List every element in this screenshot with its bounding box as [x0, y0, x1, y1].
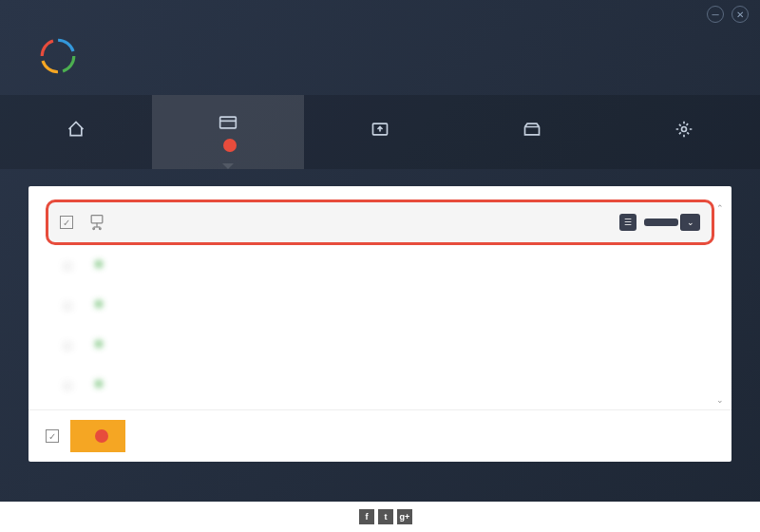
details-icon[interactable]: ☰ — [619, 214, 636, 231]
googleplus-icon[interactable]: g+ — [397, 509, 412, 524]
audio-device-icon: ▢ — [57, 294, 78, 315]
nav-settings[interactable] — [608, 95, 760, 169]
twitter-icon[interactable]: t — [378, 509, 393, 524]
scroll-up-icon[interactable]: ⌃ — [716, 203, 724, 213]
gear-icon — [674, 119, 694, 140]
action-bar: ✓ — [28, 409, 732, 462]
svg-rect-4 — [220, 117, 237, 128]
driver-row[interactable]: ▢ — [46, 325, 714, 365]
app-logo-icon — [38, 36, 78, 76]
nav-driver-updates[interactable] — [152, 95, 304, 169]
titlebar: ─ ✕ — [0, 0, 760, 28]
system-device-icon: ▢ — [57, 334, 78, 355]
update-dropdown-icon[interactable]: ⌄ — [680, 214, 700, 231]
display-device-icon: ▢ — [57, 255, 78, 276]
nav-home[interactable] — [0, 95, 152, 169]
checkbox-icon[interactable]: ✓ — [60, 216, 73, 229]
svg-point-11 — [93, 228, 95, 230]
restore-icon — [522, 119, 542, 140]
facebook-icon[interactable]: f — [359, 509, 374, 524]
driver-row[interactable]: ▢ — [46, 245, 714, 285]
footer: f t g+ — [0, 502, 760, 532]
select-all-checkbox[interactable]: ✓ — [46, 429, 59, 443]
status-ok-icon — [95, 260, 103, 268]
social-links: f t g+ — [359, 509, 412, 524]
minimize-button[interactable]: ─ — [707, 6, 724, 23]
updates-icon — [218, 112, 238, 133]
update-button[interactable] — [644, 218, 678, 226]
status-ok-icon — [95, 380, 103, 388]
system-device-icon: ▢ — [57, 374, 78, 395]
status-ok-icon — [95, 340, 103, 348]
driver-row[interactable]: ▢ — [46, 365, 714, 405]
install-count-badge — [95, 429, 108, 443]
driver-info — [121, 221, 606, 223]
header — [0, 28, 760, 95]
home-icon — [66, 119, 86, 140]
svg-rect-8 — [91, 216, 103, 223]
download-install-button[interactable] — [70, 420, 125, 452]
scrollbar[interactable]: ⌃ ⌄ — [716, 203, 728, 405]
main-nav — [0, 95, 760, 169]
driver-row[interactable]: ▢ — [46, 285, 714, 325]
network-device-icon — [86, 212, 107, 233]
scroll-down-icon[interactable]: ⌄ — [716, 395, 724, 405]
svg-point-12 — [100, 228, 102, 230]
nav-restore[interactable] — [456, 95, 608, 169]
driver-row-highlighted[interactable]: ✓ ☰ ⌄ — [46, 200, 714, 245]
nav-backup[interactable] — [304, 95, 456, 169]
close-button[interactable]: ✕ — [732, 6, 749, 23]
driver-list-panel: ✓ ☰ ⌄ ▢ ▢ ▢ ▢ — [28, 186, 732, 462]
updates-count-badge — [223, 139, 237, 152]
svg-point-7 — [682, 127, 687, 132]
status-ok-icon — [95, 300, 103, 308]
backup-icon — [370, 119, 390, 140]
